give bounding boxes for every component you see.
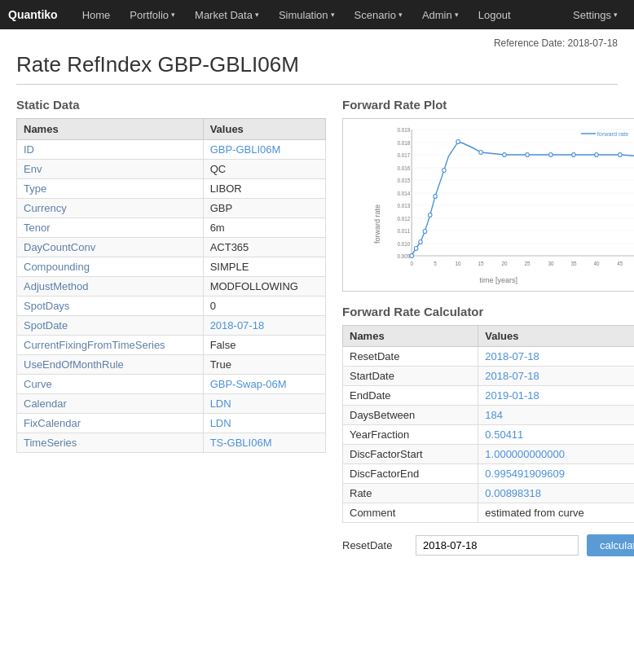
nav-item-scenario[interactable]: Scenario ▾ [346,2,411,28]
svg-point-49 [619,153,623,157]
nav-item-simulation[interactable]: Simulation ▾ [271,2,343,28]
static-row-value[interactable]: LDN [203,414,325,433]
svg-point-38 [423,230,427,234]
navbar-brand[interactable]: Quantiko [8,8,58,21]
nav-item-logout[interactable]: Logout [470,2,519,28]
chart-wrapper: forward rate 0.009 0.010 0.011 0.012 [382,125,634,275]
static-row-value: QC [203,160,325,179]
static-row-value[interactable]: LDN [203,394,325,414]
calc-row-value[interactable]: 2018-07-18 [478,367,634,386]
chart-svg: 0.009 0.010 0.011 0.012 0.013 0.014 0.01… [382,125,634,272]
calc-row-value: estimated from curve [478,503,634,523]
static-row-name: Currency [17,199,204,218]
calc-row-name: ResetDate [343,347,478,367]
svg-point-37 [419,240,423,244]
dropdown-arrow: ▾ [614,11,618,19]
static-row-value[interactable]: TS-GBLI06M [203,433,325,453]
calc-table: Names Values ResetDate2018-07-18StartDat… [342,325,634,523]
static-row-value[interactable]: GBP-GBLI06M [203,140,325,160]
calc-row-value[interactable]: 1.000000000000 [478,445,634,464]
calc-row-value[interactable]: 184 [478,406,634,425]
dropdown-arrow: ▾ [171,11,175,19]
x-axis-label: time [years] [350,276,634,284]
static-row-name: TimeSeries [17,433,204,453]
calc-row-name: Comment [343,503,478,523]
static-row-value: 6m [203,218,325,238]
calc-col-names: Names [343,326,478,347]
dropdown-arrow: ▾ [331,11,335,19]
reset-date-input[interactable] [416,535,579,556]
y-axis-label: forward rate [373,204,381,244]
calc-row-name: Rate [343,484,478,503]
main-layout: Static Data Names Values IDGBP-GBLI06MEn… [16,98,618,564]
col-header-values: Values [203,119,325,140]
static-row-name: Curve [17,375,204,394]
static-row-value: ACT365 [203,238,325,257]
static-row-value[interactable]: GBP-Swap-06M [203,375,325,394]
static-row-value: MODFOLLOWING [203,277,325,296]
reference-date: Reference Date: 2018-07-18 [16,37,618,49]
static-row-name: Env [17,160,204,179]
nav-item-market-data[interactable]: Market Data ▾ [187,2,267,28]
col-header-names: Names [17,119,204,140]
nav-item-admin[interactable]: Admin ▾ [414,2,467,28]
nav-item-settings[interactable]: Settings ▾ [565,2,626,28]
nav-item-home[interactable]: Home [74,2,119,28]
svg-text:45: 45 [617,261,623,266]
calc-row-value[interactable]: 0.50411 [478,425,634,445]
page-content: Reference Date: 2018-07-18 Rate RefIndex… [0,29,634,581]
dropdown-arrow: ▾ [455,11,459,19]
calculate-button[interactable]: calculate [587,534,634,556]
svg-text:0.015: 0.015 [398,178,411,183]
svg-point-35 [410,254,414,258]
nav-items: Home Portfolio ▾ Market Data ▾ Simulatio… [74,2,565,28]
chart-box: forward rate 0.009 0.010 0.011 0.012 [342,118,634,292]
static-row-name: DayCountConv [17,238,204,257]
svg-point-46 [549,153,553,157]
static-row-value: True [203,355,325,375]
svg-text:35: 35 [570,261,576,266]
calc-input-row: ResetDate calculate [342,534,634,556]
svg-point-39 [428,213,432,217]
svg-text:0.013: 0.013 [398,203,411,209]
svg-text:0.016: 0.016 [398,165,411,171]
svg-text:0.017: 0.017 [398,152,411,158]
svg-text:0.009: 0.009 [398,253,411,259]
static-row-name: Tenor [17,218,204,238]
nav-item-portfolio[interactable]: Portfolio ▾ [121,2,183,28]
static-row-value: 0 [203,296,325,316]
svg-point-48 [595,153,599,157]
calc-row-value[interactable]: 2018-07-18 [478,347,634,367]
static-data-table: Names Values IDGBP-GBLI06MEnvQCTypeLIBOR… [16,118,326,453]
svg-text:0.014: 0.014 [398,191,411,196]
page-title: Rate RefIndex GBP-GBLI06M [16,52,618,85]
left-panel: Static Data Names Values IDGBP-GBLI06MEn… [16,98,326,453]
static-row-name: FixCalendar [17,414,204,433]
static-row-name: CurrentFixingFromTimeSeries [17,336,204,355]
svg-text:10: 10 [456,261,461,266]
svg-text:forward rate: forward rate [597,130,629,138]
static-row-value[interactable]: 2018-07-18 [203,316,325,336]
svg-point-44 [503,153,507,157]
static-row-name: SpotDays [17,296,204,316]
calc-row-value[interactable]: 0.00898318 [478,484,634,503]
svg-point-47 [572,153,576,157]
static-row-name: Calendar [17,394,204,414]
calc-row-value[interactable]: 0.995491909609 [478,464,634,484]
svg-text:20: 20 [501,261,507,266]
static-row-name: Compounding [17,257,204,277]
calc-row-name: YearFraction [343,425,478,445]
static-row-value: False [203,336,325,355]
reset-date-label: ResetDate [342,539,407,551]
forward-rate-plot-title: Forward Rate Plot [342,98,634,112]
navbar: Quantiko Home Portfolio ▾ Market Data ▾ … [0,0,634,29]
svg-text:0: 0 [410,261,413,266]
static-row-value: LIBOR [203,179,325,199]
dropdown-arrow: ▾ [398,11,403,19]
calc-row-value[interactable]: 2019-01-18 [478,386,634,406]
svg-text:30: 30 [548,261,553,266]
svg-point-42 [456,140,460,144]
calc-row-name: StartDate [343,367,478,386]
static-row-name: ID [17,140,204,160]
calc-row-name: DiscFactorEnd [343,464,478,484]
